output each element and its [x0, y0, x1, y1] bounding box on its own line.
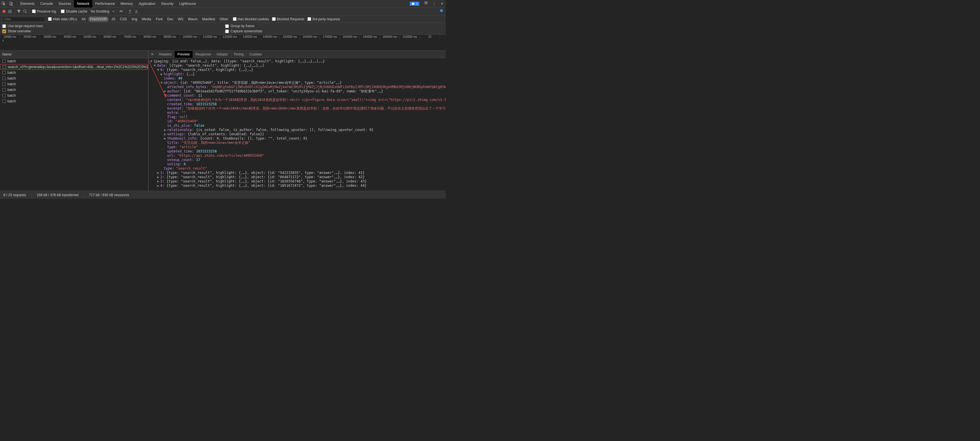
network-conditions-icon[interactable] [119, 10, 123, 13]
network-settings-icon[interactable] [439, 9, 444, 14]
search-icon[interactable] [23, 10, 27, 13]
detail-tab-timing[interactable]: Timing [231, 51, 247, 58]
blocked-requests-checkbox[interactable]: Blocked Requests [272, 17, 305, 21]
detail-tab-preview[interactable]: Preview [175, 51, 192, 58]
timeline-tick: 90000 ms [160, 35, 180, 40]
status-transferred: 158 kB / 376 kB transferred [37, 193, 78, 197]
timeline-tick: 50000 ms [80, 35, 100, 40]
timeline-tick: 160000 ms [300, 35, 320, 40]
filter-chip-manifest[interactable]: Manifest [200, 17, 216, 22]
filter-chip-font[interactable]: Font [154, 17, 164, 22]
request-detail-panel: ✕ HeadersPreviewResponseInitiatorTimingC… [149, 51, 446, 191]
throttling-select[interactable]: No throttling [90, 9, 111, 14]
status-requests: 8 / 23 requests [3, 193, 26, 197]
capture-screenshots-checkbox[interactable]: Capture screenshots [225, 29, 444, 33]
request-row[interactable]: batch [0, 87, 148, 93]
tab-sources[interactable]: Sources [56, 0, 74, 8]
timeline-tick: 110000 ms [200, 35, 220, 40]
detail-tabs: ✕ HeadersPreviewResponseInitiatorTimingC… [149, 51, 446, 58]
request-row[interactable]: batch [0, 70, 148, 75]
tab-elements[interactable]: Elements [18, 0, 37, 8]
network-filter-bar: Hide data URLs AllFetch/XHRJSCSSImgMedia… [0, 16, 446, 23]
preserve-log-checkbox[interactable]: Preserve log [32, 10, 56, 13]
file-icon [2, 88, 6, 91]
settings-gear-icon[interactable] [422, 0, 430, 7]
timeline-tick: 170000 ms [320, 35, 340, 40]
device-toggle-icon[interactable] [8, 1, 15, 7]
close-detail-icon[interactable]: ✕ [149, 52, 156, 56]
network-timeline[interactable]: 10000 ms20000 ms30000 ms40000 ms50000 ms… [0, 35, 446, 51]
request-row[interactable]: batch [0, 98, 148, 104]
json-preview[interactable]: ▼{paging: {is_end: false,…}, data: [{typ… [149, 58, 446, 191]
timeline-tick: 210000 ms [400, 35, 420, 40]
tab-application[interactable]: Application [136, 0, 158, 8]
network-toolbar: Preserve log Disable cache No throttling… [0, 8, 446, 16]
request-name: batch [8, 59, 16, 63]
clear-log-icon[interactable] [8, 10, 12, 13]
detail-tab-response[interactable]: Response [192, 51, 214, 58]
tab-lighthouse[interactable]: Lighthouse [176, 0, 199, 8]
filter-chip-wasm[interactable]: Wasm [186, 17, 199, 22]
filter-chip-media[interactable]: Media [140, 17, 153, 22]
filter-chip-doc[interactable]: Doc [165, 17, 175, 22]
devtools-main-tabs: ElementsConsoleSourcesNetworkPerformance… [0, 0, 446, 8]
detail-tab-initiator[interactable]: Initiator [214, 51, 231, 58]
detail-tab-cookies[interactable]: Cookies [247, 51, 264, 58]
timeline-tick: 80000 ms [140, 35, 160, 40]
name-column-header[interactable]: Name [0, 51, 148, 58]
has-blocked-cookies-checkbox[interactable]: Has blocked cookies [233, 17, 269, 21]
tab-performance[interactable]: Performance [92, 0, 118, 8]
timeline-tick: 70000 ms [120, 35, 140, 40]
timeline-tick: 200000 ms [380, 35, 400, 40]
timeline-tick: 100000 ms [180, 35, 200, 40]
tab-network[interactable]: Network [74, 0, 92, 8]
timeline-tick: 140000 ms [260, 35, 280, 40]
more-menu-icon[interactable]: ⋮ [430, 1, 438, 7]
timeline-tick: 190000 ms [360, 35, 380, 40]
request-row[interactable]: search_v3?t=general&q=Java&correction=1&… [0, 64, 148, 70]
detail-tab-headers[interactable]: Headers [156, 51, 175, 58]
file-icon [2, 71, 6, 74]
request-row[interactable]: batch [0, 93, 148, 98]
timeline-tick: 20000 ms [20, 35, 40, 40]
issues-badge[interactable]: 1 [410, 2, 419, 6]
group-by-frame-checkbox[interactable]: Group by frame [225, 24, 444, 28]
filter-chip-fetchxhr[interactable]: Fetch/XHR [88, 17, 108, 22]
hide-data-urls-checkbox[interactable]: Hide data URLs [48, 17, 77, 21]
timeline-tick: 120000 ms [220, 35, 240, 40]
svg-line-7 [26, 12, 27, 13]
third-party-checkbox[interactable]: 3rd-party requests [307, 17, 340, 21]
status-bar: 8 / 23 requests 158 kB / 376 kB transfer… [0, 191, 446, 199]
export-har-icon[interactable] [134, 10, 138, 13]
filter-chip-other[interactable]: Other [218, 17, 230, 22]
timeline-tick: 130000 ms [240, 35, 260, 40]
throttling-dropdown-icon[interactable]: ▾ [113, 10, 114, 13]
tab-memory[interactable]: Memory [118, 0, 136, 8]
tab-console[interactable]: Console [37, 0, 56, 8]
timeline-tick: 22 [420, 35, 440, 40]
request-name: batch [8, 88, 16, 92]
filter-chip-js[interactable]: JS [110, 17, 117, 22]
show-overview-checkbox[interactable]: Show overview [2, 29, 221, 33]
record-button[interactable] [2, 10, 6, 13]
timeline-tick: 150000 ms [280, 35, 300, 40]
file-icon [2, 82, 6, 86]
filter-chip-img[interactable]: Img [130, 17, 139, 22]
issues-count: 1 [416, 2, 418, 5]
inspect-element-icon[interactable] [0, 1, 8, 7]
svg-line-5 [9, 10, 11, 12]
request-row[interactable]: batch [0, 58, 148, 64]
disable-cache-checkbox[interactable]: Disable cache [61, 10, 87, 13]
filter-chip-all[interactable]: All [80, 17, 87, 22]
request-row[interactable]: batch [0, 75, 148, 81]
tab-security[interactable]: Security [158, 0, 176, 8]
filter-toggle-icon[interactable] [17, 10, 21, 13]
request-name: batch [8, 82, 16, 86]
filter-chip-ws[interactable]: WS [176, 17, 185, 22]
request-row[interactable]: batch [0, 81, 148, 87]
close-devtools-icon[interactable]: ✕ [438, 1, 446, 7]
filter-input[interactable] [2, 17, 45, 22]
filter-chip-css[interactable]: CSS [118, 17, 129, 22]
import-har-icon[interactable] [128, 10, 132, 13]
use-large-rows-checkbox[interactable]: Use large request rows [2, 24, 221, 28]
